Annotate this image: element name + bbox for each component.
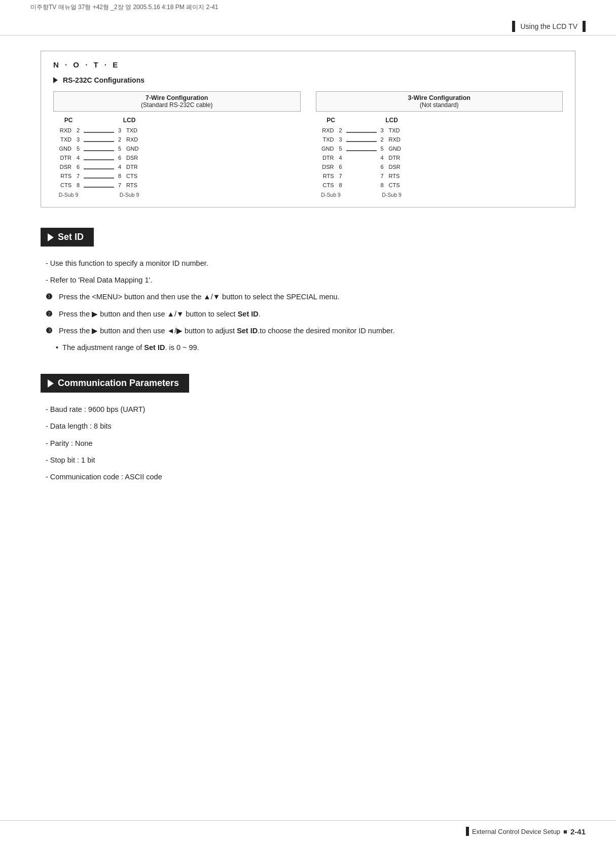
wire3-lcd-pin-7: 8CTS — [381, 181, 403, 190]
wire7-header: 7-Wire Configuration (Standard RS-232C c… — [53, 91, 301, 112]
wire7-lcd-pin-1: 3TXD — [118, 126, 140, 135]
wire3-header: 3-Wire Configuration (Not standard) — [316, 91, 563, 112]
wire7-pc-pin-5: DSR6 — [57, 162, 80, 171]
wire3-header1: 3-Wire Configuration — [321, 94, 558, 101]
footer-bar: External Control Device Setup ■ 2-41 — [0, 820, 616, 842]
wire3-lcd-pin-1: 3TXD — [381, 126, 403, 135]
set-id-header: Set ID — [41, 228, 94, 247]
note-title: N · O · T · E — [53, 60, 563, 69]
comm-param-4: - Stop bit : 1 bit — [46, 454, 575, 466]
wire3-lcd-label: LCD — [385, 117, 398, 124]
set-id-title: Set ID — [58, 232, 84, 242]
wire7-lcd-pin-6: 8CTS — [118, 171, 140, 181]
wire3-lcd-pin-4: 4DTR — [381, 153, 403, 162]
top-meta: 미주향TV 매뉴얼 37형 +42형 _2장 영 2005.5.16 4:18 … — [0, 0, 616, 12]
wire7-section: 7-Wire Configuration (Standard RS-232C c… — [53, 91, 301, 198]
wire3-header2: (Not standard) — [420, 101, 459, 109]
set-id-arrow-icon — [48, 233, 54, 241]
header-bar-line-left — [512, 21, 515, 32]
comm-param-5: - Communication code : ASCII code — [46, 471, 575, 483]
wire3-pc-label: PC — [327, 117, 335, 124]
wire7-pc-pin-7: CTS8 — [57, 181, 80, 190]
wire7-header2: (Standard RS-232C cable) — [141, 101, 212, 109]
wire3-lcd-pin-5: 6DSR — [381, 162, 403, 171]
footer-text: External Control Device Setup ■ 2-41 — [466, 827, 586, 836]
wire3-pc-pin-1: RXD2 — [320, 126, 342, 135]
wire7-lcd-pin-5: 4DTR — [118, 162, 140, 171]
comm-param-2: - Data length : 8 bits — [46, 420, 575, 432]
top-meta-text: 미주향TV 매뉴얼 37형 +42형 _2장 영 2005.5.16 4:18 … — [30, 4, 218, 11]
wire3-dsub-lcd: D-Sub 9 — [382, 192, 402, 198]
comm-params-section: Communication Parameters - Baud rate : 9… — [41, 374, 575, 483]
footer-section-label: External Control Device Setup — [472, 828, 560, 835]
wire3-pc-pin-4: DTR4 — [320, 153, 342, 162]
wire3-lcd-pin-6: 7RTS — [381, 171, 403, 181]
main-content: N · O · T · E RS-232C Configurations 7-W… — [0, 36, 616, 523]
wire7-pc-pin-1: RXD2 — [57, 126, 80, 135]
wire7-lcd-pin-3: 5GND — [118, 144, 140, 153]
wire3-lines-svg — [346, 128, 377, 192]
wire3-lcd-pin-2: 2RXD — [381, 135, 403, 144]
wire3-dsub-pc: D-Sub 9 — [321, 192, 341, 198]
wire-configs: 7-Wire Configuration (Standard RS-232C c… — [53, 91, 563, 198]
wire7-pc-pin-6: RTS7 — [57, 171, 80, 181]
wire7-dsub-lcd: D-Sub 9 — [120, 192, 139, 198]
comm-params-content: - Baud rate : 9600 bps (UART) - Data len… — [41, 404, 575, 483]
wire7-lines-svg — [84, 128, 114, 192]
note-box: N · O · T · E RS-232C Configurations 7-W… — [41, 51, 575, 207]
set-id-step2: ❷ Press the ▶ button and then use ▲/▼ bu… — [46, 308, 575, 320]
wire7-lcd-label: LCD — [123, 117, 136, 124]
wire7-lcd-pin-7: 7RTS — [118, 181, 140, 190]
footer-square-icon — [466, 827, 469, 836]
wire7-dsub-pc: D-Sub 9 — [59, 192, 79, 198]
wire3-section: 3-Wire Configuration (Not standard) PC R… — [316, 91, 563, 198]
set-id-content: - Use this function to specify a monitor… — [41, 258, 575, 354]
rs232-title-text: RS-232C Configurations — [63, 76, 144, 84]
header-bar-line-right — [583, 21, 586, 32]
set-id-line1: - Use this function to specify a monitor… — [46, 258, 575, 269]
set-id-step3: ❸ Press the ▶ button and then use ◄/▶ bu… — [46, 325, 575, 337]
wire7-lcd-pin-2: 2RXD — [118, 135, 140, 144]
set-id-bullet: • The adjustment range of Set ID. is 0 ~… — [56, 342, 575, 354]
wire3-pc-pin-6: RTS7 — [320, 171, 342, 181]
header-bar: Using the LCD TV — [0, 12, 616, 36]
wire7-lcd-pin-4: 6DSR — [118, 153, 140, 162]
wire3-pc-pin-2: TXD3 — [320, 135, 342, 144]
header-title: Using the LCD TV — [520, 22, 577, 30]
wire3-pc-pin-3: GND5 — [320, 144, 342, 153]
wire7-pc-label: PC — [64, 117, 73, 124]
set-id-section: Set ID - Use this function to specify a … — [41, 228, 575, 354]
set-id-line2: - Refer to 'Real Data Mapping 1'. — [46, 274, 575, 286]
set-id-step1: ❶ Press the <MENU> button and then use t… — [46, 291, 575, 303]
comm-params-title: Communication Parameters — [58, 378, 179, 389]
rs232-title: RS-232C Configurations — [53, 76, 563, 84]
footer-separator: ■ — [563, 828, 567, 835]
wire7-pc-pin-3: GND5 — [57, 144, 80, 153]
comm-param-1: - Baud rate : 9600 bps (UART) — [46, 404, 575, 415]
comm-params-arrow-icon — [48, 379, 54, 388]
wire3-lcd-pin-3: 5GND — [381, 144, 403, 153]
wire7-pc-pin-4: DTR4 — [57, 153, 80, 162]
wire3-pc-pin-5: DSR6 — [320, 162, 342, 171]
wire3-pc-pin-7: CTS8 — [320, 181, 342, 190]
footer-page-number: 2-41 — [570, 827, 586, 836]
wire7-pc-pin-2: TXD3 — [57, 135, 80, 144]
wire7-header1: 7-Wire Configuration — [59, 94, 295, 101]
rs232-arrow-icon — [53, 77, 58, 83]
comm-params-header: Communication Parameters — [41, 374, 189, 393]
comm-param-3: - Parity : None — [46, 438, 575, 449]
